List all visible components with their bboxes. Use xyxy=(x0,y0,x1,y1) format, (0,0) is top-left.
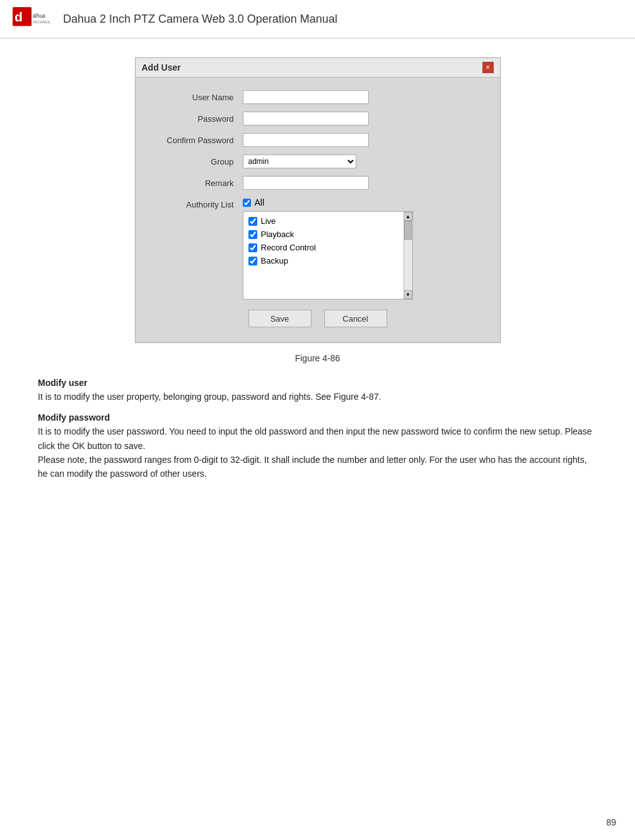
authority-list-label: Authority List xyxy=(154,197,243,209)
scroll-down-arrow[interactable]: ▼ xyxy=(404,290,412,299)
authority-playback-label: Playback xyxy=(261,230,294,239)
confirm-password-row: Confirm Password xyxy=(154,133,481,147)
section-content: Modify user It is to modify the user pro… xyxy=(38,376,597,481)
dialog-wrapper: Add User × User Name Password Confirm Pa… xyxy=(38,57,597,343)
modify-password-text2: Please note, the password ranges from 0-… xyxy=(38,455,587,479)
authority-record-control-checkbox[interactable] xyxy=(248,243,257,252)
modify-user-section: Modify user It is to modify the user pro… xyxy=(38,376,597,404)
scroll-thumb[interactable] xyxy=(404,221,412,240)
modify-user-heading: Modify user xyxy=(38,378,88,388)
remark-label: Remark xyxy=(154,178,243,188)
page-content: Add User × User Name Password Confirm Pa… xyxy=(0,51,635,494)
scroll-up-arrow[interactable]: ▲ xyxy=(404,212,412,221)
authority-record-control-label: Record Control xyxy=(261,243,316,252)
scrollbar[interactable]: ▲ ▼ xyxy=(404,212,412,299)
password-label: Password xyxy=(154,114,243,124)
authority-all-checkbox[interactable] xyxy=(243,199,251,207)
authority-all-label: All xyxy=(255,197,265,207)
close-button[interactable]: × xyxy=(482,62,494,73)
password-input[interactable] xyxy=(243,112,369,125)
modify-password-text1: It is to modify the user password. You n… xyxy=(38,426,592,450)
group-select-wrapper: admin user xyxy=(243,155,356,168)
remark-input[interactable] xyxy=(243,176,369,190)
authority-section: Authority List All Live xyxy=(154,197,481,300)
dialog-title: Add User xyxy=(142,62,181,73)
save-button[interactable]: Save xyxy=(248,310,312,327)
dahua-logo-icon: d alhua TECHNOLOGY xyxy=(13,6,50,32)
add-user-dialog: Add User × User Name Password Confirm Pa… xyxy=(135,57,501,343)
svg-text:alhua: alhua xyxy=(33,13,46,19)
document-title: Dahua 2 Inch PTZ Camera Web 3.0 Operatio… xyxy=(63,13,337,26)
svg-text:TECHNOLOGY: TECHNOLOGY xyxy=(33,20,51,24)
authority-list-box: Live Playback Record Control xyxy=(243,211,413,300)
username-row: User Name xyxy=(154,90,481,104)
password-row: Password xyxy=(154,112,481,125)
group-select[interactable]: admin user xyxy=(243,155,356,168)
group-label: Group xyxy=(154,157,243,166)
confirm-password-input[interactable] xyxy=(243,133,369,147)
authority-content: All Live Playback xyxy=(243,197,481,300)
figure-caption: Figure 4-86 xyxy=(38,353,597,363)
scroll-track xyxy=(404,221,412,290)
authority-backup-checkbox[interactable] xyxy=(248,257,257,265)
list-item: Playback xyxy=(248,228,399,241)
username-label: User Name xyxy=(154,93,243,102)
authority-live-checkbox[interactable] xyxy=(248,217,257,226)
dialog-body: User Name Password Confirm Password Grou… xyxy=(136,78,500,342)
authority-live-label: Live xyxy=(261,216,276,226)
modify-password-heading: Modify password xyxy=(38,412,110,423)
authority-playback-checkbox[interactable] xyxy=(248,230,257,239)
cancel-button[interactable]: Cancel xyxy=(324,310,387,327)
remark-row: Remark xyxy=(154,176,481,190)
modify-user-text: It is to modify the user property, belon… xyxy=(38,392,381,402)
logo: d alhua TECHNOLOGY xyxy=(13,6,50,32)
list-item: Backup xyxy=(248,254,399,267)
page-header: d alhua TECHNOLOGY Dahua 2 Inch PTZ Came… xyxy=(0,0,635,38)
modify-password-section: Modify password It is to modify the user… xyxy=(38,411,597,481)
authority-all-row: All xyxy=(243,197,481,207)
svg-text:d: d xyxy=(15,9,23,24)
page-number: 89 xyxy=(606,817,616,827)
list-item: Live xyxy=(248,214,399,228)
dialog-titlebar: Add User × xyxy=(136,58,500,78)
authority-list-items: Live Playback Record Control xyxy=(243,212,404,299)
list-item: Record Control xyxy=(248,241,399,254)
dialog-buttons: Save Cancel xyxy=(154,310,481,330)
username-input[interactable] xyxy=(243,90,369,104)
authority-backup-label: Backup xyxy=(261,256,288,265)
group-row: Group admin user xyxy=(154,155,481,168)
confirm-password-label: Confirm Password xyxy=(154,136,243,145)
